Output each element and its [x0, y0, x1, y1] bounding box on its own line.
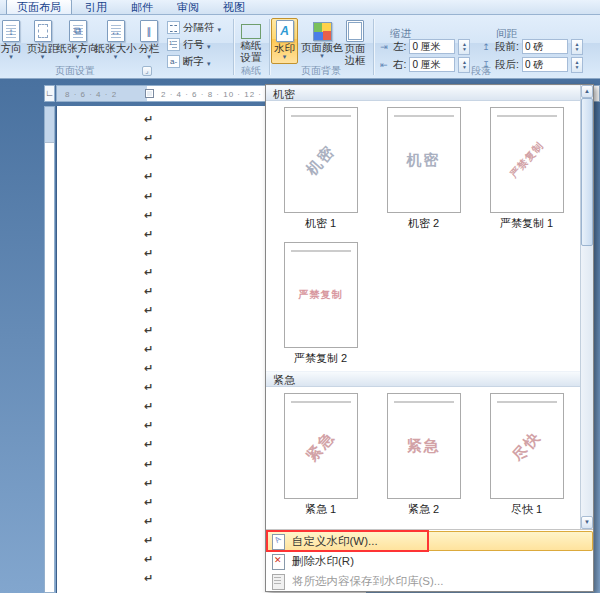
save-to-gallery-label: 将所选内容保存到水印库(S)... — [292, 574, 443, 589]
orientation-button[interactable]: ⧉ 纸张方向 — [59, 18, 96, 64]
watermark-option-jimi-1[interactable]: 机密 机密 1 — [269, 104, 372, 234]
paragraph-mark: ↵ — [144, 244, 153, 263]
page-background-group-label: 页面背景 — [270, 65, 372, 77]
tab-mailings[interactable]: 邮件 — [120, 0, 164, 14]
page-borders-icon — [346, 20, 364, 42]
paper-size-glyph: ↔ — [108, 21, 124, 41]
watermark-gallery-dropdown: 机密 机密 机密 1 机密 机密 2 — [265, 84, 594, 592]
chevron-down-icon — [76, 54, 80, 60]
grid-paper-label-1: 稿纸 — [241, 40, 262, 51]
chevron-down-icon — [320, 53, 324, 59]
line-numbers-icon — [167, 38, 180, 51]
indent-left-input[interactable] — [409, 39, 455, 54]
watermark-icon: A — [276, 20, 294, 42]
watermark-option-yanjinfuzhi-2[interactable]: 严禁复制 严禁复制 2 — [269, 239, 372, 369]
tab-page-layout[interactable]: 页面布局 — [6, 0, 72, 14]
watermark-option-label: 紧急 2 — [408, 502, 439, 517]
paragraph-mark: ↵ — [144, 167, 153, 186]
gallery-row: 机密 机密 1 机密 机密 2 严禁复制 严禁复制 1 — [266, 101, 580, 236]
page-color-button[interactable]: 页面颜色 — [300, 18, 344, 64]
word-window: 页面布局 引用 邮件 审阅 视图 ↕ 方向 页边距 ⧉ 纸张方向 ↔ 纸张大小 — [0, 0, 600, 593]
watermark-glyph: A — [277, 21, 293, 41]
gallery-section-header-urgent: 紧急 — [266, 371, 580, 387]
text-direction-button[interactable]: ↕ 方向 — [0, 18, 26, 64]
watermark-option-label: 尽快 1 — [511, 502, 542, 517]
watermark-option-jinkuai-1[interactable]: 尽快 尽快 1 — [475, 390, 578, 520]
watermark-option-label: 机密 1 — [305, 216, 336, 231]
custom-watermark-icon — [270, 533, 286, 549]
watermark-thumbnail: 严禁复制 — [490, 107, 564, 213]
page-setup-dialog-launcher[interactable] — [142, 66, 152, 76]
scrollbar-thumb[interactable] — [581, 98, 593, 246]
page-setup-group-label: 页面设置 — [0, 65, 150, 77]
chevron-down-icon — [147, 54, 151, 60]
custom-watermark-menuitem[interactable]: 自定义水印(W)... — [266, 531, 593, 551]
paragraph-mark: ↵ — [144, 569, 153, 588]
chevron-down-icon — [218, 22, 222, 34]
paragraph-mark: ↵ — [144, 531, 153, 550]
space-before-icon: ↥ — [480, 42, 492, 52]
custom-watermark-label: 自定义水印(W)... — [292, 534, 378, 549]
ribbon: ↕ 方向 页边距 ⧉ 纸张方向 ↔ 纸张大小 ∥ 分栏 分隔符 — [0, 15, 600, 79]
watermark-gallery-content: 机密 机密 机密 1 机密 机密 2 — [266, 85, 580, 522]
hyphenation-button[interactable]: 断字 — [164, 53, 232, 70]
watermark-option-label: 严禁复制 2 — [294, 351, 347, 366]
watermark-option-jimi-2[interactable]: 机密 机密 2 — [372, 104, 475, 234]
watermark-option-label: 机密 2 — [408, 216, 439, 231]
indent-left-label: 左: — [393, 40, 406, 54]
paragraph-mark: ↵ — [144, 301, 153, 320]
watermark-option-jinji-2[interactable]: 紧急 紧急 2 — [372, 390, 475, 520]
watermark-gallery: 机密 机密 机密 1 机密 机密 2 — [266, 85, 593, 529]
space-before-spinner[interactable] — [571, 39, 583, 55]
paragraph-mark: ↵ — [144, 129, 153, 148]
watermark-option-yanjinfuzhi-1[interactable]: 严禁复制 严禁复制 1 — [475, 104, 578, 234]
watermark-option-label: 严禁复制 1 — [500, 216, 553, 231]
grid-paper-setup-button[interactable]: 稿纸 设置 — [236, 18, 266, 64]
paragraph-mark: ↵ — [144, 359, 153, 378]
chevron-down-icon — [207, 56, 211, 68]
tab-references[interactable]: 引用 — [74, 0, 118, 14]
paragraph-mark: ↵ — [144, 435, 153, 454]
group-separator — [373, 19, 374, 75]
watermark-option-jinji-1[interactable]: 紧急 紧急 1 — [269, 390, 372, 520]
scroll-up-button[interactable] — [581, 85, 593, 98]
indent-marker[interactable] — [145, 89, 154, 98]
gallery-section-header-confidential: 机密 — [266, 85, 580, 101]
orientation-icon: ⧉ — [69, 20, 87, 42]
watermark-dropdown-menu: 自定义水印(W)... 删除水印(R) 将所选内容保存到水印库(S)... — [266, 529, 593, 591]
tab-selector[interactable] — [44, 85, 55, 102]
paragraph-mark: ↵ — [144, 416, 153, 435]
watermark-preview-text: 机密 — [302, 141, 339, 179]
remove-watermark-icon — [270, 553, 286, 569]
paper-size-button[interactable]: ↔ 纸张大小 — [97, 18, 134, 64]
remove-watermark-menuitem[interactable]: 删除水印(R) — [266, 551, 593, 571]
space-before-input[interactable] — [522, 39, 568, 54]
indent-left-spinner[interactable] — [458, 39, 470, 55]
breaks-icon — [167, 21, 180, 34]
watermark-preview-text: 严禁复制 — [507, 139, 547, 181]
gallery-scrollbar[interactable] — [580, 85, 593, 529]
breaks-button[interactable]: 分隔符 — [164, 19, 232, 36]
margins-button[interactable]: 页边距 — [27, 18, 58, 64]
line-numbers-label: 行号 — [183, 38, 204, 52]
remove-watermark-label: 删除水印(R) — [292, 554, 354, 569]
line-numbers-button[interactable]: 行号 — [164, 36, 232, 53]
space-before-label: 段前: — [495, 40, 519, 54]
page-borders-button[interactable]: 页面 边框 — [340, 18, 370, 64]
scroll-down-button[interactable] — [581, 516, 593, 529]
tab-review[interactable]: 审阅 — [166, 0, 210, 14]
ribbon-tab-bar: 页面布局 引用 邮件 审阅 视图 — [0, 0, 600, 15]
watermark-button[interactable]: A 水印 — [271, 18, 298, 64]
paragraph-mark: ↵ — [144, 206, 153, 225]
paper-size-icon: ↔ — [107, 20, 125, 42]
paragraph-mark: ↵ — [144, 110, 153, 129]
paragraph-group-label: 段落 — [376, 65, 586, 77]
paragraph-mark: ↵ — [144, 148, 153, 167]
text-direction-glyph: ↕ — [3, 21, 19, 41]
columns-button[interactable]: ∥ 分栏 — [135, 18, 163, 64]
grid-paper-group-label: 稿纸 — [234, 65, 268, 77]
chevron-down-icon — [114, 54, 118, 60]
page-color-icon — [313, 22, 332, 41]
watermark-thumbnail: 尽快 — [490, 393, 564, 499]
tab-view[interactable]: 视图 — [212, 0, 256, 14]
